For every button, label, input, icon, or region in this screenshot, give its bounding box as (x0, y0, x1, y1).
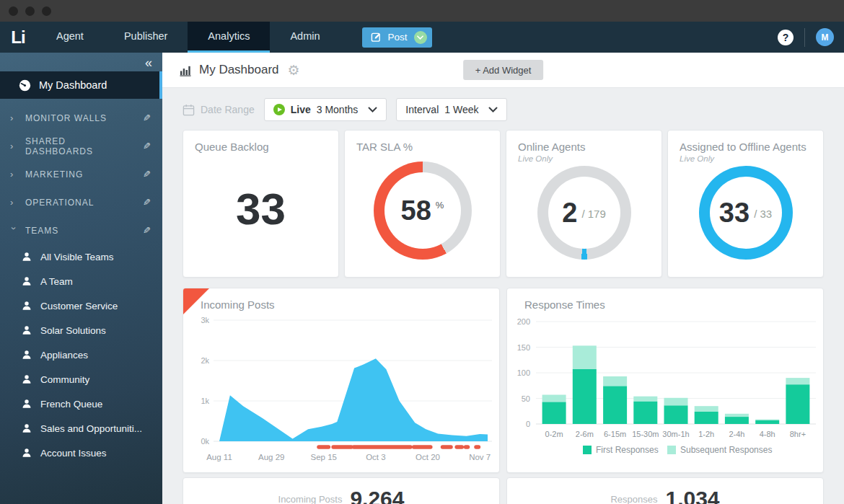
x-tick-label: Oct 20 (416, 453, 440, 461)
bar-first (755, 420, 779, 424)
bar-first (633, 402, 657, 424)
kpi-title: TAR SLA % (356, 141, 488, 153)
section-label: TEAMS (25, 226, 134, 236)
sidebar: « My Dashboard ›MONITOR WALLS✎›SHARED DA… (0, 53, 162, 504)
team-label: Community (40, 374, 89, 385)
team-label: Appliances (40, 350, 88, 361)
x-tick-label: Aug 29 (258, 453, 284, 461)
post-button[interactable]: Post (362, 27, 432, 48)
date-range-dropdown[interactable]: Live 3 Months (264, 98, 387, 121)
post-button-label: Post (388, 32, 408, 43)
person-icon (22, 448, 32, 458)
kpi-value: 58 (401, 195, 431, 226)
interval-dropdown[interactable]: Interval 1 Week (396, 98, 507, 121)
kpi-subtitle: Live Only (518, 154, 650, 163)
kpi-title: Online Agents (518, 141, 650, 153)
kpi-card-tar-sla: TAR SLA % 58 % (344, 130, 501, 278)
x-tick-label: Oct 3 (366, 453, 385, 461)
navbar-divider (804, 28, 805, 47)
tab-agent[interactable]: Agent (36, 22, 104, 53)
pencil-icon[interactable]: ✎ (142, 112, 151, 123)
chevron-right-icon[interactable]: › (10, 141, 17, 151)
sidebar-team-french-queue[interactable]: French Queue (0, 392, 162, 416)
donut-hole: 58 % (384, 172, 461, 249)
team-label: Account Issues (40, 448, 107, 459)
calendar-icon (183, 104, 195, 116)
page-header: My Dashboard ⚙ + Add Widget (162, 53, 844, 88)
sidebar-team-a-team[interactable]: A Team (0, 269, 162, 293)
post-dropdown-chevron-icon[interactable] (414, 31, 427, 44)
bar-first (664, 405, 688, 424)
sidebar-section-shared-dashboards[interactable]: ›SHARED DASHBOARDS✎ (0, 132, 162, 160)
x-tick-label: Sep 15 (310, 453, 336, 461)
sidebar-team-sales-and-opportuniti-[interactable]: Sales and Opportuniti... (0, 416, 162, 441)
tab-publisher[interactable]: Publisher (104, 22, 188, 53)
sidebar-teams: All Visible TeamsA TeamCustomer ServiceS… (0, 244, 162, 465)
sidebar-section-operational[interactable]: ›OPERATIONAL✎ (0, 188, 162, 216)
sidebar-team-solar-solutions[interactable]: Solar Solutions (0, 318, 162, 342)
sidebar-team-account-issues[interactable]: Account Issues (0, 441, 162, 465)
date-range-group: Date Range (183, 104, 255, 116)
kpi-card-offline-assigned: Assigned to Offline Agents Live Only 33 … (667, 130, 824, 278)
sidebar-team-appliances[interactable]: Appliances (0, 342, 162, 367)
chevron-down-icon[interactable]: › (9, 227, 19, 234)
charts-row: Incoming Posts 0k1k2k3kAug 11Aug 29Sep 1… (183, 288, 824, 473)
team-label: All Visible Teams (40, 252, 114, 262)
person-icon (22, 325, 32, 335)
window-control-dot[interactable] (42, 6, 51, 16)
bar-first (542, 402, 566, 425)
sidebar-item-my-dashboard[interactable]: My Dashboard (0, 71, 162, 99)
add-widget-button[interactable]: + Add Widget (463, 60, 544, 80)
live-label: Live (291, 104, 311, 115)
tab-analytics[interactable]: Analytics (188, 22, 270, 53)
summary-label: Responses (610, 494, 657, 504)
pencil-icon[interactable]: ✎ (142, 169, 151, 180)
sidebar-team-all-visible-teams[interactable]: All Visible Teams (0, 244, 162, 269)
section-label: MARKETING (25, 169, 134, 180)
x-tick-label: Nov 7 (469, 453, 491, 461)
tab-admin[interactable]: Admin (270, 22, 340, 53)
collapse-sidebar-icon[interactable]: « (0, 53, 162, 71)
gear-icon[interactable]: ⚙ (288, 63, 300, 77)
y-tick-label: 2k (201, 356, 209, 365)
bar-subsequent (573, 345, 597, 369)
sidebar-team-community[interactable]: Community (0, 367, 162, 392)
bar-first (603, 386, 627, 425)
section-label: MONITOR WALLS (25, 113, 134, 123)
help-button[interactable]: ? (778, 30, 794, 45)
chevron-right-icon[interactable]: › (10, 169, 17, 180)
pencil-icon[interactable]: ✎ (142, 141, 151, 151)
person-icon (22, 301, 32, 311)
window-control-dot[interactable] (25, 6, 35, 16)
y-tick-label: 100 (517, 368, 530, 377)
bar-first (695, 412, 718, 424)
pencil-icon[interactable]: ✎ (142, 225, 151, 236)
sidebar-section-marketing[interactable]: ›MARKETING✎ (0, 160, 162, 188)
kpi-row: Queue Backlog 33 TAR SLA % 58 % Online A… (183, 130, 824, 278)
x-tick-label: 4-8h (760, 430, 775, 438)
x-tick-label: 2-4h (729, 430, 744, 438)
incoming-posts-chart: 0k1k2k3kAug 11Aug 29Sep 15Oct 3Oct 20Nov… (183, 288, 499, 472)
kpi-card-queue-backlog: Queue Backlog 33 (183, 130, 339, 278)
window-titlebar (0, 0, 844, 22)
sidebar-section-teams[interactable]: ›TEAMS✎ (0, 216, 162, 244)
chevron-right-icon[interactable]: › (10, 197, 17, 208)
pencil-icon[interactable]: ✎ (142, 197, 151, 208)
x-tick-label: 6-15m (604, 430, 626, 438)
offline-assigned-donut: 33 / 33 (699, 166, 793, 260)
x-tick-label: Aug 11 (206, 453, 232, 461)
sidebar-section-monitor-walls[interactable]: ›MONITOR WALLS✎ (0, 104, 162, 132)
person-icon (22, 423, 32, 433)
navbar-right: ? M (778, 22, 844, 53)
app-logo: Li (0, 22, 36, 53)
user-avatar[interactable]: M (816, 28, 834, 46)
window-control-dot[interactable] (9, 6, 18, 16)
nav-tabs: AgentPublisherAnalyticsAdmin (36, 22, 340, 53)
donut-hole: 2 / 179 (548, 177, 620, 249)
chevron-right-icon[interactable]: › (10, 112, 17, 123)
app-window: Li AgentPublisherAnalyticsAdmin Post ? M… (0, 0, 844, 504)
sidebar-team-customer-service[interactable]: Customer Service (0, 293, 162, 318)
legend-label: First Responses (596, 445, 659, 455)
bar-subsequent (695, 406, 718, 412)
area-series (219, 358, 488, 441)
